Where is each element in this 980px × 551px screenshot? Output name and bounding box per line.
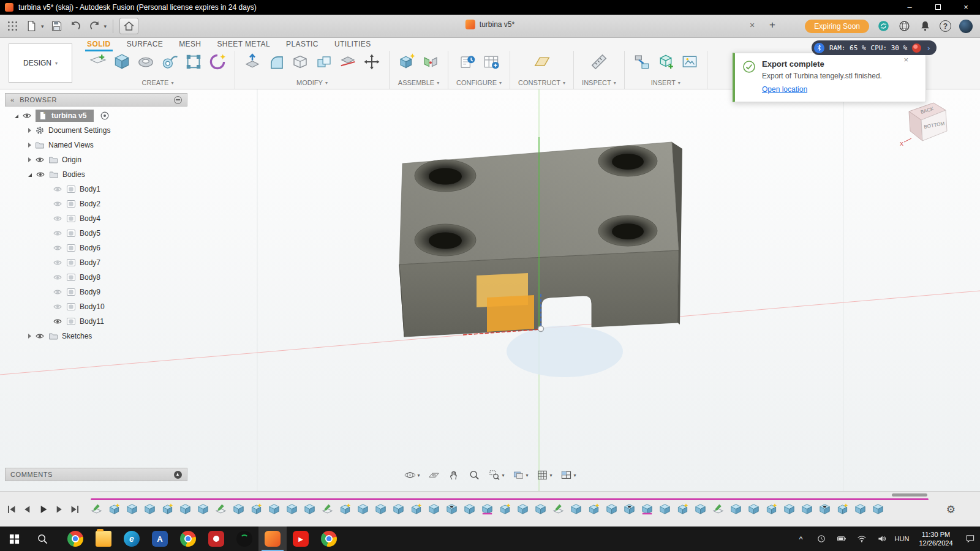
redo-caret-icon[interactable]: ▾ xyxy=(104,23,107,29)
taskbar-app-camera[interactable] xyxy=(202,527,230,551)
taskbar-app-youtube[interactable]: ▶ xyxy=(287,527,315,551)
ribbon-tab-sheet-metal[interactable]: SHEET METAL xyxy=(217,40,270,50)
wifi-icon[interactable] xyxy=(851,527,872,551)
new-tab-icon[interactable]: + xyxy=(769,19,775,31)
browser-item-named-views[interactable]: Named Views xyxy=(5,138,187,152)
ribbon-group-label[interactable]: CONFIGURE▾ xyxy=(456,79,502,86)
sweep-icon[interactable] xyxy=(160,53,179,71)
create-sketch-icon[interactable] xyxy=(89,53,107,71)
joint-icon[interactable] xyxy=(421,53,440,71)
tree-expand-icon[interactable] xyxy=(15,114,18,118)
counterbore-hole[interactable] xyxy=(598,216,657,246)
counterbore-hole[interactable] xyxy=(598,146,657,176)
viewnav-layout-grid[interactable]: ▾ xyxy=(535,468,554,482)
app-menu-icon[interactable] xyxy=(6,20,19,32)
file-menu-icon[interactable] xyxy=(25,20,38,32)
construction-plane-icon[interactable] xyxy=(533,53,551,71)
timeline-feature-sketch[interactable] xyxy=(552,503,564,515)
root-document-chip[interactable]: turbina v5 xyxy=(36,110,94,122)
viewnav-zoom[interactable] xyxy=(466,468,482,482)
dropdown-caret-icon[interactable]: ▾ xyxy=(502,473,504,478)
step-forward-icon[interactable] xyxy=(54,504,64,514)
visibility-eye-icon[interactable] xyxy=(35,155,45,165)
dropdown-caret-icon[interactable]: ▾ xyxy=(526,473,528,478)
timeline-feature-box[interactable] xyxy=(233,503,244,515)
ribbon-tab-surface[interactable]: SURFACE xyxy=(127,40,163,50)
document-tab[interactable]: turbina v5* xyxy=(466,20,514,29)
hidden-eye-icon[interactable] xyxy=(53,199,62,209)
taskbar-app-app-a[interactable]: A xyxy=(146,527,174,551)
visibility-eye-icon[interactable] xyxy=(36,170,45,179)
viewnav-look-at[interactable] xyxy=(426,468,442,482)
visibility-eye-icon[interactable] xyxy=(35,331,45,341)
timeline-feature-box[interactable] xyxy=(393,503,404,515)
timeline-feature-box[interactable] xyxy=(179,503,191,515)
undo-icon[interactable] xyxy=(69,20,82,32)
browser-body-row[interactable]: Body5 xyxy=(5,226,187,241)
volume-icon[interactable] xyxy=(872,527,892,551)
hidden-eye-icon[interactable] xyxy=(53,214,62,223)
timeline-feature-box-star[interactable] xyxy=(410,503,422,515)
ribbon-group-label[interactable]: CREATE▾ xyxy=(142,79,174,86)
browser-body-row[interactable]: Body8 xyxy=(5,270,187,285)
taskbar-app-chrome3[interactable] xyxy=(315,527,343,551)
timeline-feature-box-star[interactable] xyxy=(162,503,173,515)
dropdown-caret-icon[interactable]: ▾ xyxy=(574,473,576,478)
taskbar-app-chrome[interactable] xyxy=(61,527,89,551)
visibility-eye-icon[interactable] xyxy=(22,111,32,121)
comments-panel[interactable]: COMMENTS xyxy=(5,468,187,481)
timeline-feature-box-star[interactable] xyxy=(339,503,351,515)
timeline-feature-box[interactable] xyxy=(357,503,369,515)
tree-arrow-icon[interactable] xyxy=(28,173,32,177)
file-menu-caret-icon[interactable]: ▾ xyxy=(41,23,44,29)
action-center-icon[interactable] xyxy=(960,527,980,551)
timeline-feature-box[interactable] xyxy=(517,503,529,515)
dropdown-caret-icon[interactable]: ▾ xyxy=(417,473,420,478)
timeline-feature-box[interactable] xyxy=(304,503,315,515)
timeline-feature-box-star[interactable] xyxy=(677,503,688,515)
browser-header[interactable]: « BROWSER xyxy=(5,93,187,107)
ribbon-group-label[interactable]: MODIFY▾ xyxy=(296,79,328,86)
timeline-feature-box[interactable] xyxy=(872,503,884,515)
go-to-end-icon[interactable] xyxy=(70,504,80,514)
notifications-bell-icon[interactable] xyxy=(919,20,932,32)
hidden-eye-icon[interactable] xyxy=(53,228,62,238)
tab-close-icon[interactable]: × xyxy=(750,20,755,30)
timeline-feature-box[interactable] xyxy=(197,503,209,515)
activate-component-icon[interactable] xyxy=(100,111,110,121)
visibility-eye-icon[interactable] xyxy=(53,317,62,326)
insert-derive-icon[interactable] xyxy=(633,53,651,71)
hidden-eye-icon[interactable] xyxy=(53,302,62,312)
language-indicator[interactable]: HUN xyxy=(892,527,912,551)
redo-icon[interactable] xyxy=(88,20,101,32)
timeline-feature-hole[interactable] xyxy=(624,503,635,515)
close-button[interactable]: × xyxy=(952,0,980,15)
shell-icon[interactable] xyxy=(291,53,309,71)
hidden-eye-icon[interactable] xyxy=(53,272,62,282)
tree-arrow-icon[interactable] xyxy=(28,143,31,148)
collapse-panel-icon[interactable]: « xyxy=(10,96,14,103)
hidden-eye-icon[interactable] xyxy=(53,243,62,253)
split-icon[interactable] xyxy=(339,53,357,71)
taskbar-app-fusion[interactable] xyxy=(258,527,287,551)
timeline-feature-box[interactable] xyxy=(695,503,706,515)
user-avatar[interactable] xyxy=(959,20,973,33)
browser-body-row[interactable]: Body2 xyxy=(5,197,187,211)
taskbar-app-explorer[interactable] xyxy=(89,527,118,551)
press-pull-icon[interactable] xyxy=(243,53,262,71)
timeline-feature-box[interactable] xyxy=(375,503,386,515)
taskbar-app-chrome2[interactable] xyxy=(174,527,202,551)
timeline-settings-gear-icon[interactable]: ⚙ xyxy=(946,503,956,515)
play-icon[interactable] xyxy=(38,504,48,514)
revolve-icon[interactable] xyxy=(137,53,155,71)
dropdown-caret-icon[interactable]: ▾ xyxy=(550,473,552,478)
browser-root-item[interactable]: turbina v5 xyxy=(5,108,187,123)
viewnav-display-settings[interactable]: ▾ xyxy=(510,468,530,482)
timeline-feature-box[interactable] xyxy=(286,503,298,515)
viewnav-zoom-window[interactable]: ▾ xyxy=(486,468,506,482)
timeline-feature-box[interactable] xyxy=(570,503,582,515)
browser-item-bodies[interactable]: Bodies xyxy=(5,167,187,182)
overlay-expand-icon[interactable]: › xyxy=(926,43,931,53)
timeline-feature-box-star[interactable] xyxy=(499,503,511,515)
home-view-button[interactable] xyxy=(119,18,138,34)
